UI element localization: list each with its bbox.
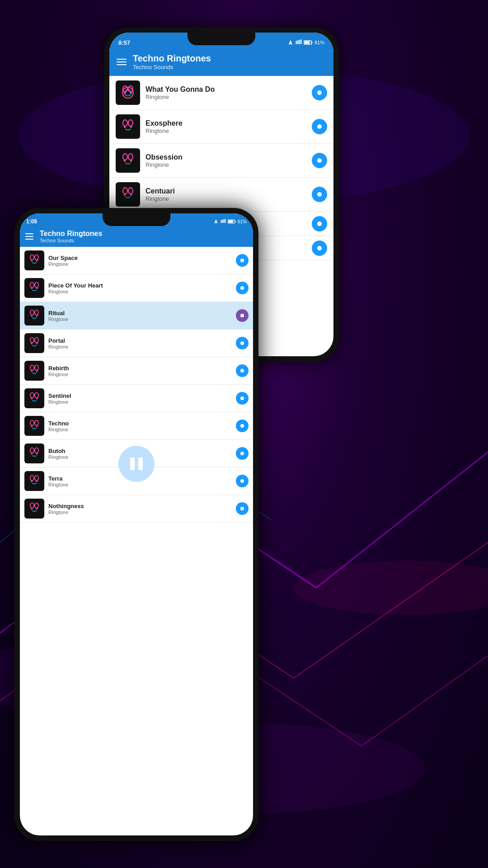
svg-point-74 <box>35 420 38 426</box>
svg-rect-56 <box>36 287 38 289</box>
ringtone-type-front-0: Ringtone <box>48 261 232 267</box>
ringtone-type-front-1: Ringtone <box>48 289 232 294</box>
play-btn-front-1[interactable] <box>236 282 249 294</box>
ringtone-info-front-4: Rebirth Ringtone <box>48 365 232 377</box>
svg-point-62 <box>35 338 38 343</box>
svg-rect-22 <box>304 41 310 43</box>
svg-rect-35 <box>124 160 126 162</box>
ringtone-info-front-9: Nothingness Ringtone <box>48 503 232 515</box>
play-btn-back-5[interactable] <box>312 241 327 256</box>
battery-text-front: 81% <box>238 219 247 224</box>
ringtone-thumb-front-2 <box>24 306 44 326</box>
pause-bar-left <box>130 458 135 470</box>
ringtone-info-back-3: Centuari Ringtone <box>145 187 306 202</box>
ringtone-item-front-2[interactable]: Ritual Ringtone <box>20 302 253 330</box>
ringtone-item-front-4[interactable]: Rebirth Ringtone <box>20 357 253 385</box>
ringtone-item-front-0[interactable]: Our Space Ringtone <box>20 247 253 274</box>
header-title-front: Techno Ringtones <box>40 230 248 238</box>
play-btn-back-1[interactable] <box>312 119 327 134</box>
svg-rect-67 <box>31 370 33 372</box>
svg-point-49 <box>30 255 34 260</box>
svg-rect-19 <box>300 40 301 44</box>
svg-rect-17 <box>297 40 298 44</box>
ringtone-type-front-5: Ringtone <box>48 399 232 405</box>
pause-button[interactable] <box>118 446 155 482</box>
svg-point-86 <box>35 503 38 509</box>
svg-rect-48 <box>228 221 233 223</box>
svg-point-78 <box>35 448 38 453</box>
phone-front-notch <box>103 213 170 226</box>
menu-icon-front[interactable] <box>25 233 33 240</box>
svg-rect-18 <box>299 40 300 44</box>
ringtone-item-back-0[interactable]: What You Gonna Do Ringtone <box>109 76 333 110</box>
svg-rect-84 <box>36 480 38 482</box>
menu-icon-back[interactable] <box>117 59 127 65</box>
header-text-back: Techno Ringtones Techno Sounds <box>133 53 326 71</box>
play-btn-front-4[interactable] <box>236 364 249 377</box>
ringtone-name-front-5: Sentinel <box>48 392 232 399</box>
app-header-back: Techno Ringtones Techno Sounds <box>109 49 333 76</box>
play-btn-back-0[interactable] <box>312 85 327 100</box>
play-btn-front-7[interactable] <box>236 447 249 460</box>
play-btn-front-8[interactable] <box>236 475 249 487</box>
pause-bar-right <box>138 458 143 470</box>
ringtone-info-back-0: What You Gonna Do Ringtone <box>145 85 306 100</box>
svg-rect-40 <box>130 193 132 196</box>
status-time-back: 8:57 <box>118 39 130 46</box>
header-subtitle-back: Techno Sounds <box>133 64 326 71</box>
ringtone-thumb-front-7 <box>24 443 44 463</box>
play-btn-back-2[interactable] <box>312 153 327 168</box>
ringtone-type-front-9: Ringtone <box>48 509 232 515</box>
ringtone-name-front-2: Ritual <box>48 310 232 316</box>
phone-front: 1:08 81% Techno Ringtones Techno Sounds <box>14 208 258 841</box>
svg-rect-59 <box>31 315 33 316</box>
ringtone-info-back-2: Obsession Ringtone <box>145 153 306 168</box>
svg-rect-60 <box>36 315 38 316</box>
ringtone-thumb-front-5 <box>24 388 44 408</box>
svg-point-50 <box>35 255 38 260</box>
ringtone-item-front-1[interactable]: Piece Of Your Heart Ringtone <box>20 274 253 302</box>
play-btn-back-3[interactable] <box>312 187 327 202</box>
svg-rect-80 <box>36 453 38 454</box>
play-btn-front-9[interactable] <box>236 502 249 515</box>
svg-rect-87 <box>31 508 33 509</box>
svg-point-33 <box>123 154 127 160</box>
svg-rect-52 <box>36 259 38 261</box>
phone-front-screen: 1:08 81% Techno Ringtones Techno Sounds <box>20 213 253 835</box>
svg-rect-71 <box>31 397 33 399</box>
play-btn-front-0[interactable] <box>236 254 249 267</box>
play-btn-front-5[interactable] <box>236 392 249 405</box>
ringtone-item-back-1[interactable]: Exosphere Ringtone <box>109 110 333 144</box>
ringtone-item-back-2[interactable]: Obsession Ringtone <box>109 144 333 178</box>
svg-point-82 <box>35 476 38 481</box>
ringtone-info-front-3: Portal Ringtone <box>48 337 232 349</box>
ringtone-info-front-5: Sentinel Ringtone <box>48 392 232 405</box>
play-btn-front-3[interactable] <box>236 337 249 349</box>
ringtone-thumb-front-4 <box>24 361 44 381</box>
ringtone-item-front-6[interactable]: Techno Ringtone <box>20 412 253 440</box>
ringtone-type-front-3: Ringtone <box>48 344 232 349</box>
svg-line-8 <box>361 656 488 746</box>
play-btn-back-4[interactable] <box>312 216 327 231</box>
ringtone-type-back-1: Ringtone <box>145 127 306 134</box>
ringtone-item-front-3[interactable]: Portal Ringtone <box>20 330 253 357</box>
status-time-front: 1:08 <box>26 218 37 225</box>
ringtone-item-back-3[interactable]: Centuari Ringtone <box>109 178 333 212</box>
ringtone-name-front-9: Nothingness <box>48 503 232 509</box>
ringtone-thumb-back-3 <box>116 182 140 207</box>
ringtone-item-front-9[interactable]: Nothingness Ringtone <box>20 495 253 523</box>
svg-point-58 <box>35 310 38 316</box>
play-btn-front-6[interactable] <box>236 420 249 432</box>
svg-point-65 <box>30 365 34 371</box>
ringtone-item-front-5[interactable]: Sentinel Ringtone <box>20 385 253 412</box>
ringtone-thumb-front-1 <box>24 278 44 298</box>
svg-rect-88 <box>36 508 38 509</box>
ringtone-name-back-3: Centuari <box>145 187 306 195</box>
svg-rect-76 <box>36 425 38 427</box>
svg-rect-27 <box>124 92 126 94</box>
svg-rect-43 <box>222 220 223 223</box>
svg-rect-36 <box>130 160 132 162</box>
svg-point-81 <box>30 476 34 481</box>
play-btn-front-2[interactable] <box>236 309 249 322</box>
svg-rect-72 <box>36 397 38 399</box>
